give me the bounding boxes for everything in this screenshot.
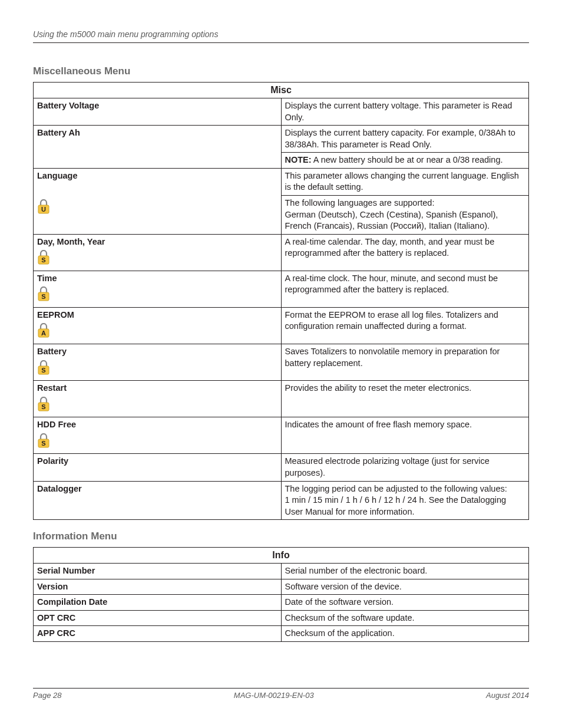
svg-text:S: S [41, 367, 45, 374]
param-label: Battery Voltage [37, 100, 277, 112]
desc-line: 1 min / 15 min / 1 h / 6 h / 12 h / 24 h… [285, 495, 507, 516]
table-row: Datalogger The logging period can be adj… [34, 481, 529, 520]
param-label: Polarity [37, 456, 277, 467]
param-desc: Checksum of the software update. [281, 610, 529, 626]
param-desc: Serial number of the electronic board. [281, 564, 529, 579]
param-label: APP CRC [34, 626, 282, 642]
param-desc: Provides the ability to reset the meter … [281, 381, 529, 417]
param-desc: This parameter allows changing the curre… [281, 168, 529, 195]
svg-text:S: S [41, 440, 45, 447]
table-row: Version Software version of the device. [34, 579, 529, 595]
param-label: OPT CRC [34, 610, 282, 626]
param-desc: Date of the software version. [281, 595, 529, 611]
table-row: Battery Ah Displays the current battery … [34, 126, 529, 153]
svg-text:S: S [41, 293, 45, 300]
note-text: A new battery should be at or near a 0/3… [312, 155, 503, 164]
param-label: Datalogger [37, 483, 277, 495]
lock-s-icon: S [37, 286, 50, 302]
table-row: Compilation Date Date of the software ve… [34, 595, 529, 611]
table-row: U The following languages are supported:… [34, 195, 529, 234]
misc-heading: Miscellaneous Menu [33, 65, 529, 77]
param-desc: Software version of the device. [281, 579, 529, 595]
param-desc: A real-time calendar. The day, month, an… [281, 234, 529, 271]
table-row: APP CRC Checksum of the application. [34, 626, 529, 642]
param-desc: Saves Totalizers to nonvolatile memory i… [281, 344, 529, 381]
param-desc: Indicates the amount of free flash memor… [281, 417, 529, 454]
param-desc: Checksum of the application. [281, 626, 529, 642]
param-desc: Displays the current battery capacity. F… [281, 126, 529, 153]
param-desc: Format the EEPROM to erase all log files… [281, 307, 529, 344]
desc-line: The logging period can be adjusted to th… [285, 484, 507, 493]
lock-s-icon: S [37, 433, 50, 449]
footer-left: Page 28 [33, 691, 61, 700]
info-heading: Information Menu [33, 531, 529, 542]
param-label: Time [37, 273, 277, 285]
param-desc: Displays the current battery voltage. Th… [281, 98, 529, 126]
param-label: Language [37, 170, 277, 182]
table-row: Battery Voltage Displays the current bat… [34, 98, 529, 126]
param-label: Day, Month, Year [37, 236, 277, 248]
param-desc: NOTE: A new battery should be at or near… [281, 153, 529, 169]
svg-text:S: S [41, 256, 45, 263]
param-desc: Measured electrode polarizing voltage (j… [281, 454, 529, 481]
running-header: Using the m5000 main menu programming op… [33, 29, 529, 43]
lock-s-icon: S [37, 250, 50, 265]
table-row: Time S A real-time clock. The hour, minu… [34, 271, 529, 307]
param-label: Compilation Date [34, 595, 282, 611]
svg-text:A: A [41, 330, 46, 337]
param-desc: The logging period can be adjusted to th… [281, 481, 529, 520]
param-label: Version [34, 579, 282, 595]
table-row: NOTE: A new battery should be at or near… [34, 153, 529, 169]
param-label: Serial Number [34, 564, 282, 579]
table-row: EEPROM A Format the EEPROM to erase all … [34, 307, 529, 344]
param-label: HDD Free [37, 419, 277, 431]
table-row: Restart S Provides the ability to reset … [34, 381, 529, 417]
table-row: Serial Number Serial number of the elect… [34, 564, 529, 579]
desc-line: German (Deutsch), Czech (Cestina), Spani… [285, 210, 498, 231]
info-table-title: Info [34, 548, 529, 564]
param-label: EEPROM [37, 309, 277, 321]
lock-s-icon: S [37, 360, 50, 375]
lock-u-icon: U [37, 199, 50, 215]
param-label: Battery [37, 346, 277, 358]
page-footer: Page 28 MAG-UM-00219-EN-03 August 2014 [33, 688, 529, 700]
misc-table-title: Misc [34, 83, 529, 98]
param-label: Restart [37, 383, 277, 394]
info-table: Info Serial Number Serial number of the … [33, 547, 529, 642]
param-label: Battery Ah [37, 127, 277, 139]
table-row: Battery S Saves Totalizers to nonvolatil… [34, 344, 529, 381]
footer-center: MAG-UM-00219-EN-03 [234, 691, 314, 700]
svg-text:S: S [41, 403, 45, 410]
footer-right: August 2014 [486, 691, 529, 700]
table-row: OPT CRC Checksum of the software update. [34, 610, 529, 626]
table-row: HDD Free S Indicates the amount of free … [34, 417, 529, 454]
page: Using the m5000 main menu programming op… [0, 0, 562, 728]
misc-table: Misc Battery Voltage Displays the curren… [33, 82, 529, 520]
table-row: Day, Month, Year S A real-time calendar.… [34, 234, 529, 271]
svg-text:U: U [41, 206, 46, 213]
desc-line: The following languages are supported: [285, 198, 435, 207]
lock-s-icon: S [37, 397, 50, 412]
table-row: Language This parameter allows changing … [34, 168, 529, 195]
param-desc: A real-time clock. The hour, minute, and… [281, 271, 529, 307]
note-label: NOTE: [285, 155, 312, 164]
table-row: Polarity Measured electrode polarizing v… [34, 454, 529, 481]
param-desc: The following languages are supported: G… [281, 195, 529, 234]
lock-a-icon: A [37, 323, 50, 338]
